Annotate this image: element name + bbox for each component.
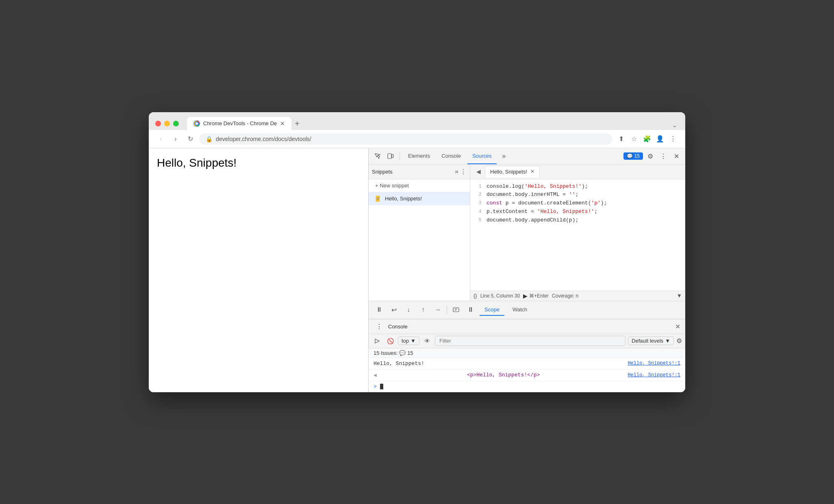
maximize-button[interactable] <box>173 121 179 126</box>
issues-bar-text: 15 Issues: <box>374 350 397 356</box>
inspect-element-button[interactable] <box>372 150 383 162</box>
bookmark-icon[interactable]: ☆ <box>628 133 640 145</box>
step-button[interactable]: → <box>432 304 443 315</box>
console-toolbar: 🚫 top ▼ 👁 Default levels ▼ ⚙ <box>369 334 685 348</box>
line-code-5[interactable]: document.body.appendChild(p); <box>486 216 578 225</box>
editor-file-close-icon[interactable]: ✕ <box>530 169 534 174</box>
watch-tab[interactable]: Watch <box>508 304 532 316</box>
console-settings-button[interactable]: ⚙ <box>676 337 682 345</box>
console-panel: ⋮ Console ✕ 🚫 top ▼ <box>369 319 685 392</box>
step-into-button[interactable]: ↓ <box>403 304 414 315</box>
snippet-name: Hello, Snippets! <box>385 196 422 202</box>
code-editor: ◀ Hello, Snippets! ✕ 1 console.log('Hell… <box>470 165 685 301</box>
lock-icon: 🔒 <box>206 136 213 142</box>
console-entry-log: Hello, Snippets! Hello, Snippets!:1 <box>369 358 685 369</box>
tabs-row: Chrome DevTools - Chrome De ✕ + ⌄ <box>187 117 679 130</box>
url-text[interactable]: developer.chrome.com/docs/devtools/ <box>216 136 311 142</box>
editor-tab-bar: ◀ Hello, Snippets! ✕ <box>470 165 685 179</box>
more-tabs-button[interactable]: » <box>498 150 510 162</box>
step-out-button[interactable]: ↑ <box>417 304 429 315</box>
line-num-2: 2 <box>470 191 486 199</box>
tab-close-icon[interactable]: ✕ <box>280 120 285 127</box>
snippet-item[interactable]: Hello, Snippets! <box>369 192 470 205</box>
issues-bar: 15 Issues: 💬 15 <box>369 348 685 358</box>
menu-icon[interactable]: ⋮ <box>667 133 679 145</box>
issues-badge[interactable]: 💬 15 <box>623 152 643 160</box>
issues-bar-icon: 💬 <box>399 350 406 356</box>
extensions-icon[interactable]: 🧩 <box>641 133 653 145</box>
svg-rect-2 <box>388 154 391 159</box>
window-controls <box>155 121 179 126</box>
line-code-4[interactable]: p.textContent = 'Hello, Snippets!'; <box>486 208 597 216</box>
pause-button[interactable]: ⏸ <box>374 304 385 315</box>
close-devtools-button[interactable]: ✕ <box>671 150 682 162</box>
console-log-text: Hello, Snippets! <box>374 361 424 367</box>
tab-menu-icon[interactable]: ⌄ <box>671 120 679 130</box>
close-button[interactable] <box>155 121 161 126</box>
code-content: 1 console.log('Hello, Snippets!'); 2 doc… <box>470 179 685 291</box>
line-num-1: 1 <box>470 182 486 191</box>
execute-context-button[interactable] <box>372 336 382 346</box>
url-input[interactable]: 🔒 developer.chrome.com/docs/devtools/ <box>199 133 612 145</box>
page-text: Hello, Snippets! <box>157 156 237 169</box>
console-close-button[interactable]: ✕ <box>675 323 680 330</box>
profile-icon[interactable]: 👤 <box>654 133 666 145</box>
console-filter-input[interactable] <box>435 336 626 346</box>
editor-file-tab[interactable]: Hello, Snippets! ✕ <box>485 166 540 178</box>
title-bar: Chrome DevTools - Chrome De ✕ + ⌄ <box>149 112 685 130</box>
editor-history-button[interactable]: ◀ <box>473 167 483 176</box>
console-log-link[interactable]: Hello, Snippets!:1 <box>628 361 680 366</box>
editor-file-name: Hello, Snippets! <box>490 169 527 175</box>
new-snippet-button[interactable]: + New snippet <box>369 179 470 192</box>
minimize-button[interactable] <box>164 121 170 126</box>
sources-panel: Snippets » ⋮ + New snippet <box>369 165 685 301</box>
scope-tab[interactable]: Scope <box>480 304 504 316</box>
line-code-3[interactable]: const p = document.createElement('p'); <box>486 199 607 208</box>
tab-title: Chrome DevTools - Chrome De <box>203 120 277 126</box>
line-code-2[interactable]: document.body.innerHTML = ''; <box>486 191 578 199</box>
new-tab-button[interactable]: + <box>291 119 303 128</box>
snippets-options-button[interactable]: ⋮ <box>460 168 467 176</box>
address-bar: ‹ › ↻ 🔒 developer.chrome.com/docs/devtoo… <box>149 130 685 148</box>
format-button[interactable]: {} <box>473 293 477 299</box>
issues-icon: 💬 <box>627 153 633 159</box>
default-levels-selector[interactable]: Default levels ▼ <box>628 337 674 345</box>
run-button[interactable]: ▶ ⌘+Enter <box>523 293 549 299</box>
live-expressions-button[interactable]: 👁 <box>422 336 432 346</box>
code-line-5: 5 document.body.appendChild(p); <box>470 216 685 225</box>
step-over-button[interactable]: ↩ <box>388 304 400 315</box>
line-code-1[interactable]: console.log('Hello, Snippets!'); <box>486 182 588 191</box>
console-header: ⋮ Console ✕ <box>369 319 685 334</box>
console-arrow-left: ◀ <box>374 372 377 378</box>
reload-button[interactable]: ↻ <box>185 133 196 145</box>
clear-console-button[interactable]: 🚫 <box>385 336 395 346</box>
active-tab[interactable]: Chrome DevTools - Chrome De ✕ <box>187 117 291 130</box>
share-icon[interactable]: ⬆ <box>615 133 627 145</box>
forward-button[interactable]: › <box>170 133 181 145</box>
top-label: top <box>402 338 409 344</box>
snippets-sidebar: Snippets » ⋮ + New snippet <box>369 165 470 301</box>
back-button[interactable]: ‹ <box>155 133 167 145</box>
more-options-button[interactable]: ⋮ <box>658 150 669 162</box>
svg-marker-11 <box>375 339 379 343</box>
header-right: 💬 15 ⚙ ⋮ ✕ <box>623 150 682 162</box>
console-prompt[interactable]: > <box>369 381 685 392</box>
breakpoints-toggle[interactable] <box>450 304 462 315</box>
device-toolbar-button[interactable] <box>385 150 396 162</box>
snippets-more-button[interactable]: » <box>455 168 458 175</box>
prompt-arrow-icon: > <box>374 384 377 390</box>
settings-button[interactable]: ⚙ <box>645 150 656 162</box>
pause-exceptions-button[interactable]: ⏸ <box>465 304 476 315</box>
editor-status: {} Line 5, Column 30 ▶ ⌘+Enter Coverage:… <box>470 291 685 301</box>
console-menu-button[interactable]: ⋮ <box>374 321 385 332</box>
tab-console[interactable]: Console <box>437 148 466 164</box>
tab-elements[interactable]: Elements <box>403 148 435 164</box>
status-position: Line 5, Column 30 <box>480 293 520 299</box>
line-num-3: 3 <box>470 199 486 207</box>
tab-sources[interactable]: Sources <box>467 148 497 164</box>
coverage-label: Coverage: n <box>552 293 578 299</box>
devtools-header: Elements Console Sources » 💬 15 ⚙ ⋮ ✕ <box>369 148 685 165</box>
console-html-link[interactable]: Hello, Snippets!:1 <box>628 372 680 378</box>
context-selector[interactable]: top ▼ <box>398 337 419 345</box>
expand-button[interactable]: ▼ <box>677 293 682 299</box>
